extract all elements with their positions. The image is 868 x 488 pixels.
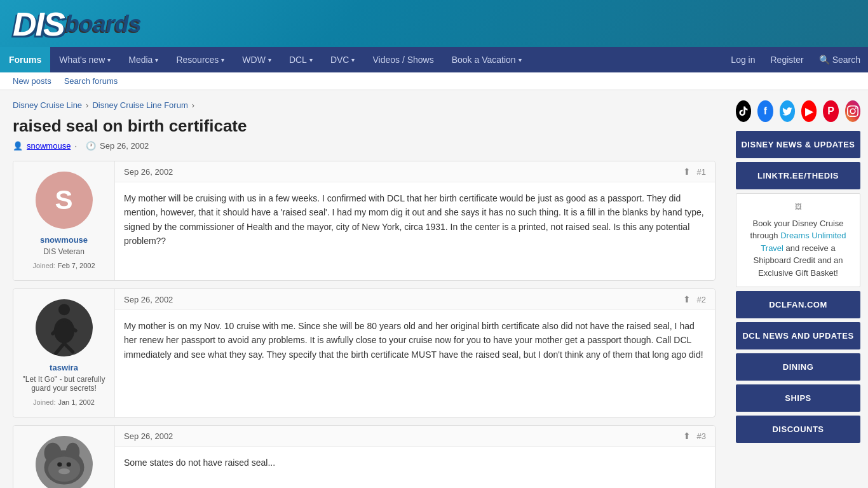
dclfan-button[interactable]: DCLFAN.COM xyxy=(736,291,860,318)
post-header-3: Sep 26, 2002 ⬆ #3 xyxy=(115,426,715,447)
post-body-1: My mother will be cruising with us in a … xyxy=(115,182,715,257)
nav-resources[interactable]: Resources ▾ xyxy=(167,47,233,72)
discounts-button[interactable]: DISCOUNTS xyxy=(736,416,860,443)
post-username-1[interactable]: snowmouse xyxy=(40,235,88,245)
nav-dcl[interactable]: DCL ▾ xyxy=(280,47,322,72)
nav-dvc[interactable]: DVC ▾ xyxy=(322,47,364,72)
breadcrumb-separator-2: › xyxy=(192,100,194,110)
post-3: Sep 26, 2002 ⬆ #3 Some states do not hav… xyxy=(13,425,715,488)
breadcrumb-dcl[interactable]: Disney Cruise Line xyxy=(13,100,82,110)
secondary-nav: New posts Search forums xyxy=(0,72,868,90)
facebook-icon[interactable]: f xyxy=(757,100,773,122)
post-content-3: Sep 26, 2002 ⬆ #3 Some states do not hav… xyxy=(115,426,715,488)
search-forums-link[interactable]: Search forums xyxy=(64,76,118,86)
post-user-title-1: DIS Veteran xyxy=(43,247,85,256)
thread-title: raised seal on birth certificate xyxy=(13,116,715,136)
svg-point-0 xyxy=(58,304,70,315)
logo-dis: DIS xyxy=(13,8,64,41)
chevron-down-icon: ▾ xyxy=(268,57,271,64)
post-sidebar-1: S snowmouse DIS Veteran Joined: Feb 7, 2… xyxy=(13,161,115,280)
breadcrumb-separator: › xyxy=(86,100,88,110)
post-username-2[interactable]: taswira xyxy=(50,363,78,372)
post-date-2: Sep 26, 2002 xyxy=(124,295,173,304)
post-sidebar-3 xyxy=(13,426,115,488)
nav-wdw[interactable]: WDW ▾ xyxy=(233,47,280,72)
joined-date-2: Jan 1, 2002 xyxy=(58,398,95,406)
post-date-3: Sep 26, 2002 xyxy=(124,431,173,441)
post-content-1: Sep 26, 2002 ⬆ #1 My mother will be crui… xyxy=(115,161,715,280)
post-number-3: #3 xyxy=(697,431,706,441)
linktree-button[interactable]: LINKTR.EE/THEDIS xyxy=(736,162,860,189)
logo[interactable]: DIS boards xyxy=(13,8,142,41)
svg-point-10 xyxy=(57,462,62,466)
main-container: Disney Cruise Line › Disney Cruise Line … xyxy=(0,90,868,488)
social-icons: f ▶ P xyxy=(736,100,860,122)
post-date-1: Sep 26, 2002 xyxy=(124,167,173,177)
chevron-down-icon: ▾ xyxy=(351,57,355,64)
twitter-icon[interactable] xyxy=(780,100,795,122)
search-icon: 🔍 xyxy=(819,55,830,65)
main-nav: Forums What's new ▾ Media ▾ Resources ▾ … xyxy=(0,47,868,72)
dcl-news-button[interactable]: DCL NEWS AND UPDATES xyxy=(736,322,860,349)
joined-label-1: Joined: xyxy=(32,262,55,269)
dreams-promo: 🖼 Book your Disney Cruise through Dreams… xyxy=(736,193,860,287)
pinterest-icon[interactable]: P xyxy=(823,100,838,122)
nav-forums[interactable]: Forums xyxy=(0,47,50,72)
right-sidebar: f ▶ P DISNEY NEWS & UPDATES LINKTR.EE/TH… xyxy=(728,90,868,488)
register-button[interactable]: Register xyxy=(763,47,811,72)
thread-author[interactable]: snowmouse xyxy=(27,141,71,151)
joined-label-2: Joined: xyxy=(33,398,55,406)
chevron-down-icon: ▾ xyxy=(519,57,522,64)
post-header-1: Sep 26, 2002 ⬆ #1 xyxy=(115,161,715,182)
post-body-3: Some states do not have raised seal... xyxy=(115,447,715,478)
post-header-2: Sep 26, 2002 ⬆ #2 xyxy=(115,289,715,310)
share-button-3[interactable]: ⬆ xyxy=(683,431,691,441)
ships-button[interactable]: SHIPS xyxy=(736,384,860,412)
share-button-2[interactable]: ⬆ xyxy=(683,294,691,304)
login-button[interactable]: Log in xyxy=(723,47,763,72)
breadcrumb-dcl-forum[interactable]: Disney Cruise Line Forum xyxy=(92,100,187,110)
share-button-1[interactable]: ⬆ xyxy=(683,166,691,177)
svg-line-4 xyxy=(55,343,64,353)
svg-point-12 xyxy=(58,468,70,474)
chevron-down-icon: ▾ xyxy=(155,57,158,64)
nav-right: Log in Register 🔍 Search xyxy=(723,47,868,72)
chevron-down-icon: ▾ xyxy=(107,57,111,64)
dining-button[interactable]: DINING xyxy=(736,353,860,381)
avatar-3 xyxy=(36,436,93,488)
post-sidebar-2: taswira "Let It Go" - but carefully guar… xyxy=(13,289,115,417)
post-number-2: #2 xyxy=(697,295,706,304)
logo-boards: boards xyxy=(65,13,142,36)
post-user-title-2: "Let It Go" - but carefully guard your s… xyxy=(21,375,107,393)
header: DIS boards xyxy=(0,0,868,47)
joined-date-1: Feb 7, 2002 xyxy=(58,262,95,269)
post-content-2: Sep 26, 2002 ⬆ #2 My mother is on my Nov… xyxy=(115,289,715,417)
thread-meta: 👤 snowmouse · 🕐 Sep 26, 2002 xyxy=(13,141,715,151)
content-area: Disney Cruise Line › Disney Cruise Line … xyxy=(0,90,728,488)
user-icon: 👤 xyxy=(13,141,23,151)
nav-book-vacation[interactable]: Book a Vacation ▾ xyxy=(443,47,531,72)
post-2: taswira "Let It Go" - but carefully guar… xyxy=(13,288,715,417)
avatar-2 xyxy=(36,299,93,356)
instagram-icon[interactable] xyxy=(845,100,860,122)
post-1: S snowmouse DIS Veteran Joined: Feb 7, 2… xyxy=(13,161,715,281)
post-number-1: #1 xyxy=(697,167,706,177)
new-posts-link[interactable]: New posts xyxy=(13,76,51,86)
thread-date: Sep 26, 2002 xyxy=(100,141,149,151)
svg-point-11 xyxy=(66,462,71,466)
chevron-down-icon: ▾ xyxy=(309,57,313,64)
svg-line-5 xyxy=(64,343,73,352)
nav-videos-shows[interactable]: Videos / Shows xyxy=(363,47,442,72)
breadcrumb: Disney Cruise Line › Disney Cruise Line … xyxy=(13,100,715,110)
chevron-down-icon: ▾ xyxy=(221,57,224,64)
youtube-icon[interactable]: ▶ xyxy=(801,100,817,122)
nav-media[interactable]: Media ▾ xyxy=(119,47,167,72)
tiktok-icon[interactable] xyxy=(736,100,751,122)
avatar-1: S xyxy=(36,172,93,229)
nav-whats-new[interactable]: What's new ▾ xyxy=(50,47,119,72)
post-body-2: My mother is on my Nov. 10 cruise with m… xyxy=(115,310,715,370)
clock-icon: 🕐 xyxy=(86,141,96,151)
disney-news-button[interactable]: DISNEY NEWS & UPDATES xyxy=(736,131,860,158)
search-button[interactable]: 🔍 Search xyxy=(811,47,868,72)
